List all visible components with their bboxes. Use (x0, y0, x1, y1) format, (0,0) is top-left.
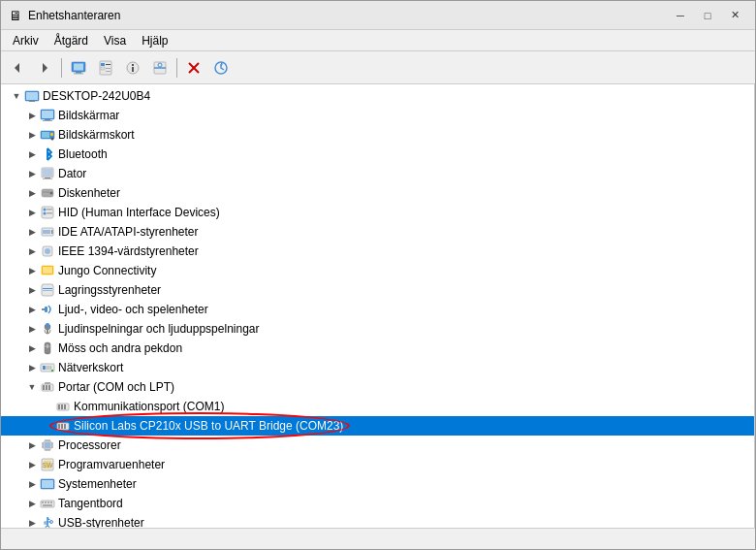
tree-item-tangentbord[interactable]: ▶ Tangentbord (1, 494, 754, 513)
menu-atgard[interactable]: Åtgärd (47, 32, 96, 49)
svg-point-38 (44, 209, 47, 211)
svg-point-35 (50, 192, 53, 195)
svg-rect-103 (45, 522, 47, 524)
toolbar-scan[interactable] (147, 55, 173, 81)
tree-item-ljudinspelningar[interactable]: ▶ Ljudinspelningar och ljuduppspelningar (1, 319, 754, 339)
root-label: DESKTOP-242U0B4 (43, 89, 150, 103)
svg-rect-67 (46, 385, 47, 390)
tree-item-natverk[interactable]: ▶ Nätverkskort (1, 358, 754, 377)
siliconlabs-expander (40, 418, 55, 434)
ljud-label: Ljud-, video- och spelenheter (58, 303, 208, 316)
dator-expander[interactable]: ▶ (24, 166, 40, 181)
svg-rect-60 (43, 366, 46, 370)
tree-item-bildskarm[interactable]: ▶ Bildskärmar (1, 106, 754, 125)
tree-root[interactable]: ▼ DESKTOP-242U0B4 (1, 86, 754, 106)
tree-panel[interactable]: ▼ DESKTOP-242U0B4 ▶ (1, 84, 755, 528)
svg-rect-98 (42, 501, 44, 503)
kommunikationsport-icon (55, 399, 71, 414)
svg-rect-42 (47, 212, 52, 214)
bildskarmskort-expander[interactable]: ▶ (24, 127, 40, 143)
tree-item-ieee[interactable]: ▶ IEEE 1394-värdstyrenheter (1, 242, 754, 261)
separator-1 (61, 58, 62, 78)
tree-item-dator[interactable]: ▶ Dator (1, 164, 754, 183)
ieee-expander[interactable]: ▶ (24, 243, 40, 259)
separator-2 (176, 58, 177, 78)
lagring-expander[interactable]: ▶ (24, 282, 40, 298)
tangentbord-expander[interactable]: ▶ (24, 496, 40, 511)
menu-arkiv[interactable]: Arkiv (5, 32, 47, 49)
tree-item-ljud[interactable]: ▶ Ljud-, video- och spelenheter (1, 300, 754, 319)
svg-rect-27 (42, 132, 49, 138)
tree-item-systemenheter[interactable]: ▶ Systemenheter (1, 474, 754, 494)
toolbar-info[interactable] (120, 55, 145, 81)
systemenheter-icon (40, 476, 55, 492)
diskenheter-label: Diskenheter (58, 186, 120, 200)
processorer-label: Processorer (58, 438, 121, 452)
systemenheter-expander[interactable]: ▶ (24, 476, 40, 492)
svg-rect-76 (61, 424, 63, 429)
bildskarmskort-icon (40, 127, 55, 143)
toolbar-back[interactable] (5, 55, 30, 81)
toolbar-computer[interactable] (66, 55, 91, 81)
natverk-label: Nätverkskort (58, 361, 123, 374)
tree-item-hid[interactable]: ▶ HID (Human Interface Devices) (1, 203, 754, 222)
bildskarm-expander[interactable]: ▶ (24, 108, 40, 123)
ljud-expander[interactable]: ▶ (24, 302, 40, 317)
programvaruenheter-label: Programvaruenheter (58, 458, 165, 471)
minimize-button[interactable]: ─ (668, 6, 693, 25)
toolbar-delete[interactable] (181, 55, 206, 81)
tree-item-processorer[interactable]: ▶ (1, 436, 754, 455)
svg-rect-1 (74, 63, 83, 70)
kommunikationsport-expander (40, 399, 55, 414)
ljudinspelningar-expander[interactable]: ▶ (24, 321, 40, 337)
tree-item-bildskarmskort[interactable]: ▶ Bildskärmskort (1, 125, 754, 145)
tree-item-jungo[interactable]: ▶ Jungo Connectivity (1, 261, 754, 280)
tree-item-moss[interactable]: ▶ Möss och andra pekdon (1, 339, 754, 358)
tree-item-ide[interactable]: ▶ IDE ATA/ATAPI-styrenheter (1, 222, 754, 242)
svg-rect-66 (43, 385, 45, 390)
svg-rect-96 (42, 480, 53, 488)
tree-item-usb[interactable]: ▶ USB-styrenheter (1, 513, 754, 528)
menu-visa[interactable]: Visa (96, 32, 134, 49)
moss-icon (40, 340, 55, 356)
usb-expander[interactable]: ▶ (24, 515, 40, 528)
natverk-icon (40, 360, 55, 375)
window-title: Enhetshanteraren (28, 9, 120, 22)
dator-label: Dator (58, 167, 86, 180)
toolbar-forward[interactable] (32, 55, 57, 81)
tree-item-portar[interactable]: ▼ Portar (COM och LPT) (1, 377, 754, 397)
tree-item-diskenheter[interactable]: ▶ Diskenheter (1, 183, 754, 203)
root-expander[interactable]: ▼ (9, 88, 24, 104)
bluetooth-expander[interactable]: ▶ (24, 146, 40, 162)
tree-item-lagring[interactable]: ▶ Lagringsstyrenheter (1, 280, 754, 300)
toolbar-update[interactable] (208, 55, 234, 81)
toolbar (1, 51, 755, 84)
main-area: ▼ DESKTOP-242U0B4 ▶ (1, 84, 755, 528)
diskenheter-expander[interactable]: ▶ (24, 185, 40, 201)
hid-expander[interactable]: ▶ (24, 205, 40, 220)
tree-item-programvaruenheter[interactable]: ▶ SW Programvaruenheter (1, 455, 754, 474)
ljudinspelningar-label: Ljudinspelningar och ljuduppspelningar (58, 322, 260, 336)
processorer-expander[interactable]: ▶ (24, 437, 40, 453)
ieee-label: IEEE 1394-värdstyrenheter (58, 244, 199, 258)
portar-expander[interactable]: ▼ (24, 379, 40, 395)
menu-hjalp[interactable]: Hjälp (134, 32, 175, 49)
close-button[interactable]: ✕ (722, 6, 747, 25)
moss-expander[interactable]: ▶ (24, 340, 40, 356)
bildskarmskort-label: Bildskärmskort (58, 128, 135, 142)
maximize-button[interactable]: □ (695, 6, 720, 25)
ide-expander[interactable]: ▶ (24, 224, 40, 240)
programvaruenheter-expander[interactable]: ▶ (24, 457, 40, 472)
tree-item-siliconlabs[interactable]: Silicon Labs CP210x USB to UART Bridge (… (1, 416, 754, 436)
tree-item-kommunikationsport[interactable]: Kommunikationsport (COM1) (1, 397, 754, 416)
tree-item-bluetooth[interactable]: ▶ Bluetooth (1, 145, 754, 164)
systemenheter-label: Systemenheter (58, 477, 137, 491)
natverk-expander[interactable]: ▶ (24, 360, 40, 375)
jungo-expander[interactable]: ▶ (24, 263, 40, 278)
svg-rect-56 (46, 323, 49, 328)
svg-rect-7 (101, 67, 105, 70)
siliconlabs-label: Silicon Labs CP210x USB to UART Bridge (… (74, 419, 343, 433)
diskenheter-icon (40, 185, 55, 201)
lagring-label: Lagringsstyrenheter (58, 283, 161, 297)
toolbar-list[interactable] (93, 55, 118, 81)
